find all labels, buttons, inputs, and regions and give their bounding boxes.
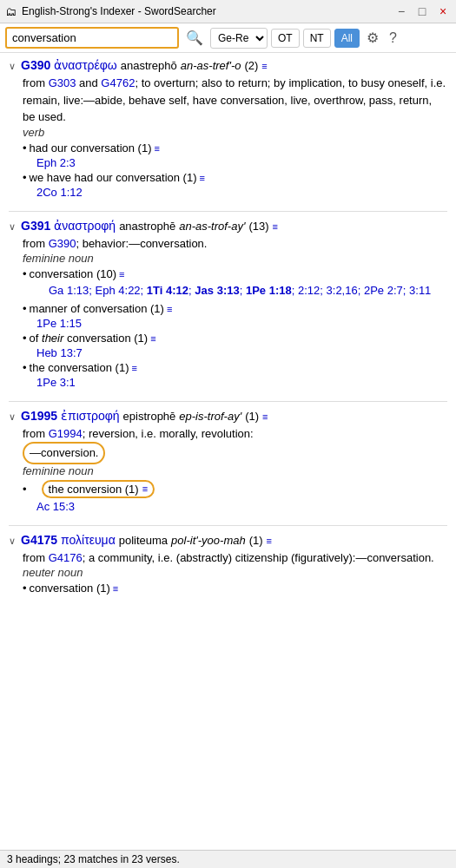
usage-icon-0-1[interactable]: ≡ xyxy=(200,173,205,183)
list-icon-G1995[interactable]: ≡ xyxy=(262,411,268,422)
strongs-num-G4175[interactable]: G4175 xyxy=(21,533,57,547)
search-button[interactable]: 🔍 xyxy=(182,28,207,48)
verse-ref-2Co-1-12[interactable]: 2Co 1:12 xyxy=(36,186,83,199)
pos-G390: verb xyxy=(23,126,447,139)
ref-3-2-16[interactable]: 3:2,16 xyxy=(327,284,358,297)
verse-ref-Eph-2-3[interactable]: Eph 2:3 xyxy=(36,156,76,169)
usage-list-G391: • conversation (10) ≡ Ga 1:13; Eph 4:22;… xyxy=(23,267,447,389)
verse-ref-line: 1Pe 3:1 xyxy=(23,376,447,389)
help-button[interactable]: ? xyxy=(386,29,400,48)
ref-2-12[interactable]: 2:12 xyxy=(298,284,320,297)
usage-item: • manner of conversation (1) ≡ xyxy=(23,302,447,315)
ref-2Pe[interactable]: 2Pe xyxy=(364,284,384,297)
strongs-num-G390[interactable]: G390 xyxy=(21,58,50,72)
maximize-button[interactable]: □ xyxy=(414,3,430,19)
translit-G390: anastrephō xyxy=(121,59,177,72)
translit-italic-G390: an-as-tref'-o xyxy=(181,59,241,72)
ref-1Ti[interactable]: 1Ti xyxy=(147,284,163,297)
verse-ref-Heb-13-7[interactable]: Heb 13:7 xyxy=(36,346,83,359)
usage-item: • conversation (1) ≡ xyxy=(23,582,447,595)
expand-arrow-G390[interactable]: ∨ xyxy=(9,61,16,72)
usage-list-G4175: • conversation (1) ≡ xyxy=(23,582,447,595)
ref-1Pe-1-18[interactable]: 1:18 xyxy=(269,284,292,297)
ref-1Ti-4-12[interactable]: 4:12 xyxy=(166,284,188,297)
pos-G391: feminine noun xyxy=(23,252,447,265)
usage-item: • we have had our conversation (1) ≡ xyxy=(23,171,447,184)
entry-header-G1995: ∨ G1995 ἐπιστροφή epistrophē ep-is-trof-… xyxy=(9,409,447,423)
all-filter-button[interactable]: All xyxy=(334,29,360,48)
usage-icon-3-0[interactable]: ≡ xyxy=(113,583,118,594)
expand-arrow-G4175[interactable]: ∨ xyxy=(9,536,16,547)
expand-arrow-G1995[interactable]: ∨ xyxy=(9,411,16,423)
usage-item: • conversation (10) ≡ xyxy=(23,267,447,280)
from-link-G303[interactable]: G303 xyxy=(49,76,76,89)
ref-Jas-3-13[interactable]: 3:13 xyxy=(217,284,240,297)
usage-icon-0-0[interactable]: ≡ xyxy=(154,143,159,154)
expand-arrow-G391[interactable]: ∨ xyxy=(9,221,16,233)
conversion-highlight: —conversion. xyxy=(23,442,105,464)
ref-2Pe-2-7[interactable]: 2:7 xyxy=(387,284,403,297)
usage-item: • of their conversation (1) ≡ xyxy=(23,332,447,345)
usage-list-G390: • had our conversation (1) ≡ Eph 2:3 • w… xyxy=(23,141,447,199)
verse-ref-line: 2Co 1:12 xyxy=(23,186,447,199)
from-link-G4176[interactable]: G4176 xyxy=(49,551,83,564)
close-button[interactable]: × xyxy=(435,3,451,19)
strongs-num-G391[interactable]: G391 xyxy=(21,219,50,233)
usage-item: • the conversion (1) ≡ xyxy=(23,480,447,498)
content-area: ∨ G390 ἀναστρέφω anastrephō an-as-tref'-… xyxy=(0,53,456,860)
entry-G391: ∨ G391 ἀναστροφή anastrophē an-as-trof-a… xyxy=(9,219,447,389)
strongs-num-G1995[interactable]: G1995 xyxy=(21,409,57,423)
pos-G4175: neuter noun xyxy=(23,566,447,579)
entry-header-G390: ∨ G390 ἀναστρέφω anastrephō an-as-tref'-… xyxy=(9,58,447,72)
usage-icon-1-1[interactable]: ≡ xyxy=(167,304,172,314)
app-icon: 🗂 xyxy=(5,5,17,18)
usage-icon-1-2[interactable]: ≡ xyxy=(150,333,155,344)
entry-G390: ∨ G390 ἀναστρέφω anastrephō an-as-tref'-… xyxy=(9,58,447,199)
from-link-G1994[interactable]: G1994 xyxy=(49,427,83,440)
verse-ref-Ac-15-3[interactable]: Ac 15:3 xyxy=(36,500,75,513)
entry-header-G4175: ∨ G4175 πολίτευμα politeuma pol-it'-yoo-… xyxy=(9,533,447,547)
translit-italic-G391: an-as-trof-ay' xyxy=(179,220,245,233)
range-select[interactable]: Ge-Re All OT NT xyxy=(210,28,268,49)
settings-button[interactable]: ⚙ xyxy=(363,28,382,48)
verse-ref-1Pe-1-15[interactable]: 1Pe 1:15 xyxy=(36,317,82,330)
ref-3-11[interactable]: 3:11 xyxy=(409,284,431,297)
list-icon-G391[interactable]: ≡ xyxy=(273,221,278,232)
count-G391: (13) xyxy=(248,220,268,233)
ref-Ga-1-13[interactable]: 1:13 xyxy=(67,284,89,297)
entry-G4175: ∨ G4175 πολίτευμα politeuma pol-it'-yoo-… xyxy=(9,533,447,595)
divider-3 xyxy=(9,525,447,526)
ref-Eph[interactable]: Eph xyxy=(96,284,116,297)
entry-G1995: ∨ G1995 ἐπιστροφή epistrophē ep-is-trof-… xyxy=(9,409,447,513)
ot-filter-button[interactable]: OT xyxy=(271,29,300,48)
verse-ref-1Pe-3-1[interactable]: 1Pe 3:1 xyxy=(36,376,76,389)
definition-G391: from G390; behavior:—conversation. xyxy=(23,235,447,253)
usage-icon-1-3[interactable]: ≡ xyxy=(131,363,136,373)
ref-Jas[interactable]: Jas xyxy=(195,284,214,297)
the-conversion-highlight: the conversion (1) ≡ xyxy=(42,480,155,498)
toolbar: 🔍 Ge-Re All OT NT OT NT All ⚙ ? xyxy=(0,23,456,53)
translit-G391: anastrophē xyxy=(119,220,175,233)
greek-word-G391: ἀναστροφή xyxy=(54,219,116,233)
ref-Eph-4-22[interactable]: 4:22 xyxy=(118,284,140,297)
from-link-G390[interactable]: G390 xyxy=(49,237,76,250)
verse-ref-line: 1Pe 1:15 xyxy=(23,317,447,330)
minimize-button[interactable]: − xyxy=(393,3,409,19)
usage-icon-1-0[interactable]: ≡ xyxy=(119,269,124,279)
definition-G1995-line2: —conversion. xyxy=(23,442,447,464)
definition-G390: from G303 and G4762; to overturn; also t… xyxy=(23,75,447,126)
ref-1Pe[interactable]: 1Pe xyxy=(246,284,266,297)
list-icon-G4175[interactable]: ≡ xyxy=(267,536,272,546)
usage-list-G1995: • the conversion (1) ≡ Ac 15:3 xyxy=(23,480,447,513)
greek-word-G390: ἀναστρέφω xyxy=(54,58,116,72)
divider-2 xyxy=(9,401,447,402)
list-icon-G390[interactable]: ≡ xyxy=(261,61,267,71)
nt-filter-button[interactable]: NT xyxy=(303,29,331,48)
ref-Ga[interactable]: Ga xyxy=(49,284,63,297)
usage-item: • the conversation (1) ≡ xyxy=(23,361,447,374)
count-G390: (2) xyxy=(244,59,258,72)
divider-1 xyxy=(9,211,447,212)
from-link-G4762[interactable]: G4762 xyxy=(101,76,135,89)
search-input[interactable] xyxy=(5,27,179,49)
usage-icon-2-0[interactable]: ≡ xyxy=(142,483,148,494)
